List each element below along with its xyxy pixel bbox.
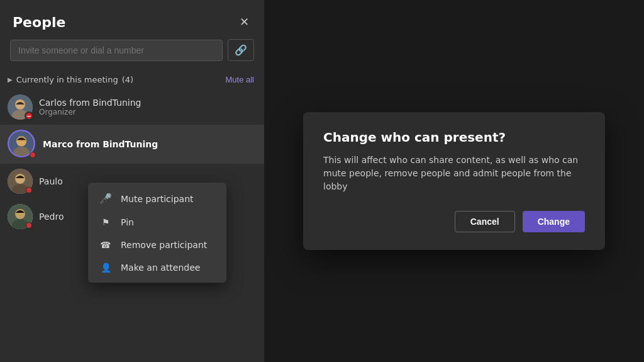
dialog-actions: Cancel Change: [323, 211, 585, 232]
status-indicator: −: [25, 111, 33, 120]
menu-item-label: Make an attendee: [121, 263, 200, 273]
context-menu: 🎤 Mute participant ⚑ Pin ☎ Remove partic…: [88, 183, 226, 283]
status-dot: [26, 187, 32, 193]
link-icon: 🔗: [235, 45, 247, 55]
menu-item-pin[interactable]: ⚑ Pin: [88, 211, 226, 234]
participant-name: Marco from BindTuning: [43, 139, 254, 149]
participant-info: Carlos from BindTuning Organizer: [39, 98, 254, 116]
close-button[interactable]: ✕: [237, 13, 252, 31]
people-panel: People ✕ 🔗 ▶ Currently in this meeting (…: [0, 0, 264, 362]
invite-input[interactable]: [10, 40, 223, 61]
right-area: Change who can present? This will affect…: [264, 0, 644, 362]
avatar-wrap: [8, 130, 36, 159]
avatar-wrap: −: [8, 94, 33, 120]
status-dot: [30, 152, 36, 158]
invite-row: 🔗: [0, 39, 264, 71]
section-title-text: Currently in this meeting: [16, 75, 118, 84]
menu-item-remove[interactable]: ☎ Remove participant: [88, 234, 226, 256]
cancel-button[interactable]: Cancel: [455, 211, 515, 232]
participant-role: Organizer: [39, 108, 254, 116]
menu-item-label: Remove participant: [121, 240, 207, 250]
copy-link-button[interactable]: 🔗: [228, 39, 254, 61]
avatar-wrap: [8, 169, 33, 194]
panel-header: People ✕: [0, 0, 264, 39]
avatar-wrap: [8, 204, 33, 229]
dialog: Change who can present? This will affect…: [303, 112, 605, 250]
dialog-body: This will affect who can share content, …: [323, 154, 585, 193]
participant-name: Carlos from BindTuning: [39, 98, 254, 108]
pin-icon: ⚑: [99, 217, 112, 227]
section-header: ▶ Currently in this meeting (4) Mute all: [0, 71, 264, 89]
mute-all-button[interactable]: Mute all: [225, 75, 254, 84]
participant-item[interactable]: − Carlos from BindTuning Organizer: [0, 89, 264, 125]
dialog-title: Change who can present?: [323, 130, 585, 145]
menu-item-label: Pin: [121, 217, 134, 227]
participant-info: Marco from BindTuning: [43, 139, 254, 149]
change-button[interactable]: Change: [523, 211, 585, 232]
panel-title: People: [13, 14, 65, 30]
dialog-overlay: Change who can present? This will affect…: [264, 0, 644, 362]
participant-item[interactable]: Marco from BindTuning: [0, 125, 264, 164]
menu-item-label: Mute participant: [121, 194, 194, 204]
remove-icon: ☎: [99, 240, 112, 250]
status-dot: [26, 222, 32, 229]
section-title: ▶ Currently in this meeting (4): [8, 75, 133, 84]
chevron-icon: ▶: [8, 76, 13, 83]
section-count: (4): [122, 75, 133, 84]
microphone-icon: 🎤: [99, 193, 112, 205]
menu-item-attendee[interactable]: 👤 Make an attendee: [88, 256, 226, 279]
menu-item-mute[interactable]: 🎤 Mute participant: [88, 186, 226, 211]
attendee-icon: 👤: [99, 263, 112, 273]
